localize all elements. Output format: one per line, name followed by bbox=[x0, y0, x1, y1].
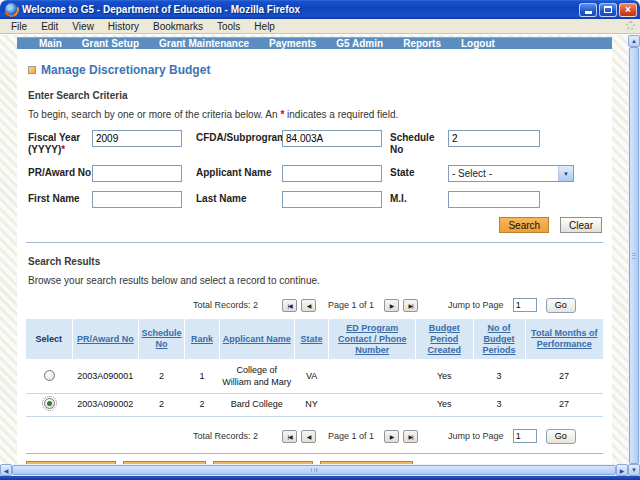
nav-logout[interactable]: Logout bbox=[451, 38, 505, 49]
menu-tools[interactable]: Tools bbox=[210, 21, 247, 32]
cell-months: 27 bbox=[525, 393, 603, 417]
next-page-button[interactable]: ▶ bbox=[384, 299, 399, 312]
mi-input[interactable] bbox=[448, 191, 540, 208]
schedule-no-label: Schedule No bbox=[390, 130, 448, 156]
row-select-radio[interactable] bbox=[44, 370, 55, 381]
cell-applicant: Bard College bbox=[219, 393, 294, 417]
nav-g5-admin[interactable]: G5 Admin bbox=[326, 38, 393, 49]
bullet-icon bbox=[28, 66, 36, 74]
col-pr-award[interactable]: PR/Award No bbox=[72, 319, 138, 360]
prev-page-button[interactable]: ◀ bbox=[301, 430, 316, 443]
table-header-row: Select PR/Award No Schedule No Rank Appl… bbox=[26, 319, 603, 360]
window-titlebar[interactable]: Welcome to G5 - Department of Education … bbox=[0, 0, 640, 19]
vertical-scrollbar[interactable]: ▲ ▼ bbox=[628, 35, 640, 476]
nav-grant-setup[interactable]: Grant Setup bbox=[72, 38, 149, 49]
table-row: 2003A090001 2 1 College of William and M… bbox=[26, 360, 603, 393]
horizontal-scrollbar[interactable]: ◀ ▶ bbox=[0, 464, 628, 476]
go-button[interactable]: Go bbox=[546, 298, 576, 313]
chevron-down-icon[interactable]: ▼ bbox=[558, 166, 573, 181]
scroll-down-icon[interactable]: ▼ bbox=[628, 464, 640, 476]
jump-to-page-input[interactable] bbox=[513, 429, 537, 443]
jump-to-page-label: Jump to Page bbox=[448, 431, 504, 441]
cfda-input[interactable] bbox=[282, 130, 382, 147]
fiscal-year-label: Fiscal Year (YYYY)* bbox=[28, 130, 92, 156]
horizontal-scroll-thumb[interactable] bbox=[12, 465, 616, 475]
schedule-no-input[interactable] bbox=[448, 130, 540, 147]
cell-state: NY bbox=[294, 393, 329, 417]
total-records: Total Records: 2 bbox=[193, 300, 258, 310]
section-divider bbox=[26, 453, 603, 454]
last-name-input[interactable] bbox=[282, 191, 382, 208]
cell-schedule: 2 bbox=[139, 360, 185, 393]
menu-edit[interactable]: Edit bbox=[34, 21, 65, 32]
restore-button[interactable] bbox=[599, 3, 617, 17]
nav-payments[interactable]: Payments bbox=[259, 38, 326, 49]
search-criteria-heading: Enter Search Criteria bbox=[28, 90, 604, 101]
cell-pr-award: 2003A090002 bbox=[72, 393, 138, 417]
applicant-name-label: Applicant Name bbox=[196, 165, 282, 179]
main-nav: Main Grant Setup Grant Maintenance Payme… bbox=[17, 37, 612, 49]
first-page-button[interactable]: |◀ bbox=[282, 299, 297, 312]
fiscal-year-input[interactable] bbox=[92, 130, 182, 147]
state-select[interactable]: - Select - ▼ bbox=[448, 165, 574, 182]
search-results-heading: Search Results bbox=[28, 256, 604, 267]
page-title: Manage Discretionary Budget bbox=[41, 63, 210, 77]
state-select-value: - Select - bbox=[449, 168, 558, 179]
search-button[interactable]: Search bbox=[499, 217, 549, 233]
scroll-up-icon[interactable]: ▲ bbox=[628, 35, 640, 47]
cell-rank: 2 bbox=[185, 393, 220, 417]
go-button[interactable]: Go bbox=[546, 429, 576, 444]
cell-budget-periods: 3 bbox=[473, 360, 525, 393]
nav-grant-maintenance[interactable]: Grant Maintenance bbox=[149, 38, 259, 49]
window-bottom-border bbox=[0, 476, 640, 480]
col-select: Select bbox=[26, 319, 72, 360]
col-budget-period-created[interactable]: Budget Period Created bbox=[415, 319, 473, 360]
applicant-name-input[interactable] bbox=[282, 165, 382, 182]
scroll-right-icon[interactable]: ▶ bbox=[616, 464, 628, 476]
col-rank[interactable]: Rank bbox=[185, 319, 220, 360]
first-page-button[interactable]: |◀ bbox=[282, 430, 297, 443]
last-page-button[interactable]: ▶| bbox=[403, 299, 418, 312]
close-button[interactable]: × bbox=[619, 3, 637, 17]
pr-award-input[interactable] bbox=[92, 165, 182, 182]
col-applicant-name[interactable]: Applicant Name bbox=[219, 319, 294, 360]
prev-page-button[interactable]: ◀ bbox=[301, 299, 316, 312]
cfda-label: CFDA/Subprogram* bbox=[196, 130, 282, 144]
menu-view[interactable]: View bbox=[65, 21, 101, 32]
search-form: Fiscal Year (YYYY)* CFDA/Subprogram* Sch… bbox=[28, 130, 604, 208]
menu-file[interactable]: File bbox=[4, 21, 34, 32]
menu-help[interactable]: Help bbox=[247, 21, 282, 32]
cell-months: 27 bbox=[525, 360, 603, 393]
menu-bookmarks[interactable]: Bookmarks bbox=[146, 21, 210, 32]
jump-to-page-label: Jump to Page bbox=[448, 300, 504, 310]
vertical-scroll-thumb[interactable] bbox=[629, 47, 639, 464]
col-no-of-budget-periods[interactable]: No of Budget Periods bbox=[473, 319, 525, 360]
row-select-radio[interactable] bbox=[44, 398, 55, 409]
nav-main[interactable]: Main bbox=[29, 38, 72, 49]
results-table: Select PR/Award No Schedule No Rank Appl… bbox=[26, 319, 603, 417]
clear-button[interactable]: Clear bbox=[560, 217, 602, 233]
menu-history[interactable]: History bbox=[101, 21, 146, 32]
scroll-left-icon[interactable]: ◀ bbox=[0, 464, 12, 476]
nav-reports[interactable]: Reports bbox=[393, 38, 451, 49]
search-instructions: To begin, search by one or more of the c… bbox=[28, 109, 604, 120]
col-ed-program-contact[interactable]: ED Program Contact / Phone Number bbox=[329, 319, 416, 360]
col-state[interactable]: State bbox=[294, 319, 329, 360]
cell-ed-contact bbox=[329, 360, 416, 393]
last-page-button[interactable]: ▶| bbox=[403, 430, 418, 443]
minimize-button[interactable] bbox=[579, 3, 597, 17]
col-schedule-no[interactable]: Schedule No bbox=[139, 319, 185, 360]
cell-schedule: 2 bbox=[139, 393, 185, 417]
page-content: Manage Discretionary Budget Enter Search… bbox=[17, 49, 612, 464]
page-indicator: Page 1 of 1 bbox=[328, 431, 374, 441]
cell-budget-created: Yes bbox=[415, 393, 473, 417]
state-label: State bbox=[390, 165, 448, 179]
first-name-input[interactable] bbox=[92, 191, 182, 208]
pr-award-label: PR/Award No bbox=[28, 165, 92, 179]
results-instructions: Browse your search results below and sel… bbox=[28, 275, 604, 286]
col-total-months[interactable]: Total Months of Performance bbox=[525, 319, 603, 360]
jump-to-page-input[interactable] bbox=[513, 298, 537, 312]
window-title: Welcome to G5 - Department of Education … bbox=[22, 4, 579, 15]
next-page-button[interactable]: ▶ bbox=[384, 430, 399, 443]
minimize-icon bbox=[585, 11, 592, 14]
